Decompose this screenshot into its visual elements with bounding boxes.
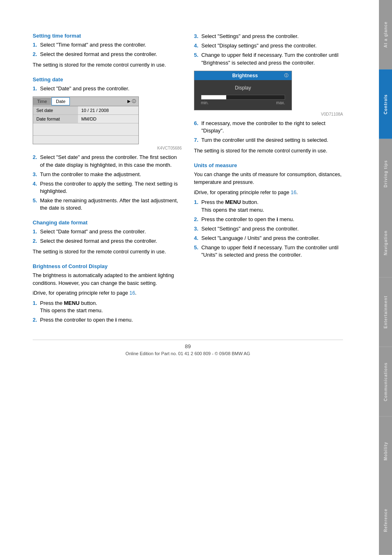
list-item: 1. Press the MENU button.This opens the …	[33, 300, 182, 314]
units-intro: You can change the units of measure for …	[194, 171, 343, 186]
list-item: 2. Select the desired format and press t…	[33, 51, 182, 58]
brightness-min-label: min.	[201, 101, 209, 105]
heading-brightness-control-display: Brightness of Control Display	[33, 263, 182, 269]
step-text: Select the desired format and press the …	[40, 51, 182, 58]
list-item: 1. Select "Date" and press the controlle…	[33, 85, 182, 92]
heading-units-of-measure: Units of measure	[194, 162, 343, 168]
sidebar-tab-label: Navigation	[383, 231, 388, 255]
changing-date-format-steps: 1. Select "Date format" and press the co…	[33, 228, 182, 245]
step-text: Change to upper field if necessary. Turn…	[201, 51, 343, 66]
list-item: 4. Press the controller to apply the set…	[33, 180, 182, 195]
arrow-icon: ▶ ⓘ	[125, 97, 138, 105]
idrive-link[interactable]: 16	[129, 290, 135, 296]
list-item: 5. Change to upper field if necessary. T…	[194, 244, 343, 259]
list-item: 1. Select "Time format" and press the co…	[33, 41, 182, 49]
brightness-body: Display min. max.	[194, 80, 292, 110]
setting-date-steps-1: 1. Select "Date" and press the controlle…	[33, 85, 182, 92]
page-wrapper: Setting time format 1. Select "Time form…	[0, 0, 392, 555]
sidebar-tab-controls[interactable]: Controls	[379, 69, 392, 139]
sidebar-tab-label: Mobility	[383, 441, 388, 460]
step-text: Select the desired format and press the …	[40, 237, 182, 245]
step-number: 1.	[33, 300, 40, 314]
brightness-screenshot: Brightness ⓘ Display min. max.	[194, 71, 292, 110]
list-item: 4. Select "Language / Units" and press t…	[194, 235, 343, 242]
sidebar-tab-driving-tips[interactable]: Driving tips	[379, 139, 392, 208]
step-number: 1.	[194, 199, 201, 213]
list-item: 4. Select "Display settings" and press t…	[194, 42, 343, 49]
step-number: 4.	[33, 180, 40, 195]
sidebar-tab-communications[interactable]: Communications	[379, 347, 392, 416]
sidebar-tab-reference[interactable]: Reference	[379, 486, 392, 555]
table-row-empty	[33, 136, 138, 144]
brightness-bar-fill	[201, 95, 226, 99]
page-number: 89	[33, 343, 343, 349]
list-item: 7. Turn the controller until the desired…	[194, 137, 343, 144]
units-steps: 1. Press the MENU button.This opens the …	[194, 199, 343, 259]
units-idrive-note: iDrive, for operating principle refer to…	[194, 189, 343, 197]
step-text: Turn the controller to make the adjustme…	[40, 171, 182, 178]
main-content: Setting time format 1. Select "Time form…	[0, 0, 355, 555]
date-tab: Date	[51, 97, 70, 105]
step-text: Make the remaining adjustments. After th…	[40, 197, 182, 212]
step-text: Select "Settings" and press the controll…	[201, 225, 343, 233]
sidebar-tab-mobility[interactable]: Mobility	[379, 416, 392, 486]
brightness-note-after: The setting is stored for the remote con…	[194, 147, 343, 155]
page-footer: 89 Online Edition for Part no. 01 41 2 6…	[33, 340, 343, 356]
setting-date-steps-2: 2. Select "Set date" and press the contr…	[33, 154, 182, 212]
brightness-screenshot-caption: V0D71108A	[194, 112, 343, 116]
list-item: 2. Select "Set date" and press the contr…	[33, 154, 182, 168]
step-text: If necessary, move the controller to the…	[201, 120, 343, 134]
time-format-steps: 1. Select "Time format" and press the co…	[33, 41, 182, 58]
step-number: 1.	[33, 41, 40, 49]
step-text: Press the MENU button.This opens the sta…	[201, 199, 343, 213]
step-text: Select "Date format" and press the contr…	[40, 228, 182, 235]
list-item: 1. Press the MENU button.This opens the …	[194, 199, 343, 213]
sidebar-tab-entertainment[interactable]: Entertainment	[379, 278, 392, 347]
row-label: Set date	[33, 106, 78, 114]
right-column: 3. Select "Settings" and press the contr…	[194, 33, 343, 327]
step-number: 2.	[33, 154, 40, 168]
step-number: 2.	[194, 216, 201, 223]
brightness-intro: The brightness is automatically adapted …	[33, 272, 182, 287]
screenshot-caption: K4VCT05686	[33, 146, 182, 150]
sidebar-tab-at-a-glance[interactable]: At a glance	[379, 0, 392, 69]
brightness-body-label: Display	[201, 85, 285, 91]
step-number: 2.	[33, 316, 40, 324]
list-item: 5. Make the remaining adjustments. After…	[33, 197, 182, 212]
info-icon: ⓘ	[284, 73, 288, 78]
step-number: 5.	[194, 244, 201, 259]
step-text: Press the controller to apply the settin…	[40, 180, 182, 195]
step-text: Select "Language / Units" and press the …	[201, 235, 343, 242]
step-number: 4.	[194, 235, 201, 242]
step-text: Select "Settings" and press the controll…	[201, 33, 343, 40]
list-item: 3. Turn the controller to make the adjus…	[33, 171, 182, 178]
two-column-layout: Setting time format 1. Select "Time form…	[33, 33, 343, 327]
step-text: Press the controller to open the i menu.	[201, 216, 343, 223]
sidebar-tab-navigation[interactable]: Navigation	[379, 208, 392, 278]
list-item: 2. Press the controller to open the i me…	[194, 216, 343, 223]
right-sidebar: At a glance Controls Driving tips Naviga…	[379, 0, 392, 555]
step-number: 2.	[33, 51, 40, 58]
time-tab: Time	[33, 98, 51, 105]
list-item: 6. If necessary, move the controller to …	[194, 120, 343, 134]
step-number: 3.	[33, 171, 40, 178]
step-number: 5.	[33, 197, 40, 212]
row-value: 10 / 21 / 2008	[78, 106, 138, 114]
brightness-title: Brightness	[206, 73, 284, 78]
units-idrive-link[interactable]: 16	[291, 190, 296, 195]
row-label: Date format	[33, 115, 78, 123]
step-text: Select "Date" and press the controller.	[40, 85, 182, 92]
brightness-steps: 1. Press the MENU button.This opens the …	[33, 300, 182, 324]
step-number: 3.	[194, 33, 201, 40]
step-text: Turn the controller until the desired se…	[201, 137, 343, 144]
list-item: 5. Change to upper field if necessary. T…	[194, 51, 343, 66]
brightness-idrive-note: iDrive, for operating principle refer to…	[33, 289, 182, 297]
date-screenshot: Time Date ▶ ⓘ Set date 10 / 21 / 2008 Da…	[33, 96, 139, 144]
date-screenshot-header: Time Date ▶ ⓘ	[33, 97, 138, 106]
list-item: 3. Select "Settings" and press the contr…	[194, 225, 343, 233]
footer-text: Online Edition for Part no. 01 41 2 600 …	[33, 351, 343, 356]
brightness-max-label: max.	[276, 101, 285, 105]
brightness-slider-row	[201, 95, 285, 100]
brightness-slider-bar	[201, 95, 285, 100]
sidebar-tab-label: Entertainment	[383, 296, 388, 329]
